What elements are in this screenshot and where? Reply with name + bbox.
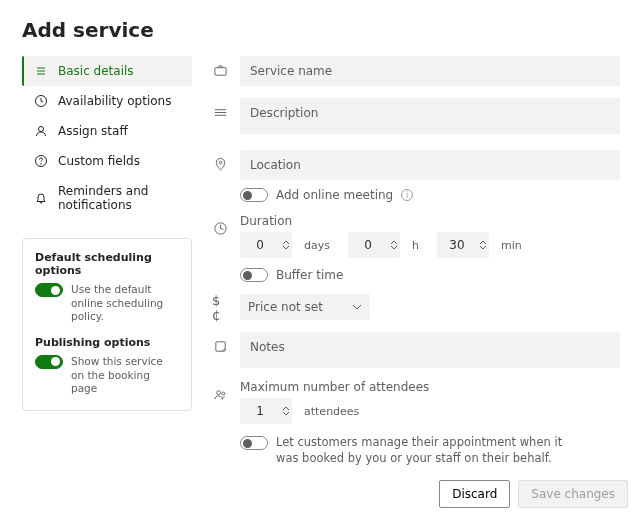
svg-rect-9 bbox=[214, 67, 225, 75]
sidebar-item-label: Availability options bbox=[58, 94, 171, 108]
sidebar-options-card: Default scheduling options Use the defau… bbox=[22, 238, 192, 411]
online-meeting-label: Add online meeting bbox=[276, 188, 393, 202]
duration-label: Duration bbox=[240, 214, 620, 228]
form-area: Add online meeting i Duration bbox=[212, 56, 620, 478]
duration-minutes-input[interactable] bbox=[437, 232, 477, 258]
sidebar-item-assign-staff[interactable]: Assign staff bbox=[22, 116, 192, 146]
price-icon: $₵ bbox=[212, 300, 228, 316]
chevron-down-icon bbox=[352, 304, 362, 310]
stepper-arrows[interactable] bbox=[477, 232, 489, 258]
duration-hours-input[interactable] bbox=[348, 232, 388, 258]
info-icon[interactable]: i bbox=[401, 189, 413, 201]
stepper-arrows[interactable] bbox=[388, 232, 400, 258]
description-input[interactable] bbox=[240, 98, 620, 134]
list-icon bbox=[34, 64, 48, 78]
question-icon bbox=[34, 154, 48, 168]
note-icon bbox=[212, 338, 228, 354]
price-value: Price not set bbox=[248, 300, 323, 314]
duration-minutes-stepper[interactable] bbox=[437, 232, 489, 258]
toggle-publishing[interactable] bbox=[35, 355, 63, 369]
discard-button[interactable]: Discard bbox=[439, 480, 510, 508]
person-icon bbox=[34, 124, 48, 138]
attendees-unit: attendees bbox=[304, 405, 359, 418]
sidebar-item-basic-details[interactable]: Basic details bbox=[22, 56, 192, 86]
svg-point-13 bbox=[219, 161, 222, 164]
svg-point-16 bbox=[216, 390, 220, 394]
clock-icon bbox=[34, 94, 48, 108]
bell-icon bbox=[34, 191, 48, 205]
footer: Discard Save changes bbox=[439, 480, 628, 508]
toggle-buffer-time[interactable] bbox=[240, 268, 268, 282]
stepper-arrows[interactable] bbox=[280, 398, 292, 424]
svg-point-17 bbox=[221, 392, 224, 395]
minutes-unit: min bbox=[501, 239, 522, 252]
sidebar: Basic details Availability options Assig… bbox=[22, 56, 192, 478]
svg-point-8 bbox=[41, 164, 42, 165]
sidebar-item-label: Basic details bbox=[58, 64, 134, 78]
notes-input[interactable]: Notes bbox=[240, 332, 620, 368]
service-name-input[interactable] bbox=[240, 56, 620, 86]
toggle-default-scheduling[interactable] bbox=[35, 283, 63, 297]
scheduling-heading: Default scheduling options bbox=[35, 251, 179, 277]
duration-days-stepper[interactable] bbox=[240, 232, 292, 258]
people-icon bbox=[212, 386, 228, 402]
sidebar-item-custom-fields[interactable]: Custom fields bbox=[22, 146, 192, 176]
hours-unit: h bbox=[412, 239, 419, 252]
page-title: Add service bbox=[22, 18, 620, 42]
buffer-label: Buffer time bbox=[276, 268, 343, 282]
save-button[interactable]: Save changes bbox=[518, 480, 628, 508]
attendees-stepper[interactable] bbox=[240, 398, 292, 424]
price-select[interactable]: Price not set bbox=[240, 294, 370, 320]
publishing-desc: Show this service on the booking page bbox=[71, 355, 179, 396]
sidebar-item-availability[interactable]: Availability options bbox=[22, 86, 192, 116]
sidebar-item-label: Custom fields bbox=[58, 154, 140, 168]
text-icon bbox=[212, 104, 228, 120]
publishing-heading: Publishing options bbox=[35, 336, 179, 349]
scheduling-desc: Use the default online scheduling policy… bbox=[71, 283, 179, 324]
location-icon bbox=[212, 156, 228, 172]
location-input[interactable] bbox=[240, 150, 620, 180]
customer-manage-label: Let customers manage their appointment w… bbox=[276, 434, 576, 466]
svg-point-6 bbox=[39, 127, 44, 132]
clock-icon bbox=[212, 220, 228, 236]
attendees-input[interactable] bbox=[240, 398, 280, 424]
sidebar-item-reminders[interactable]: Reminders and notifications bbox=[22, 176, 192, 220]
days-unit: days bbox=[304, 239, 330, 252]
attendees-label: Maximum number of attendees bbox=[240, 380, 620, 394]
briefcase-icon bbox=[212, 62, 228, 78]
sidebar-item-label: Assign staff bbox=[58, 124, 128, 138]
duration-hours-stepper[interactable] bbox=[348, 232, 400, 258]
toggle-online-meeting[interactable] bbox=[240, 188, 268, 202]
stepper-arrows[interactable] bbox=[280, 232, 292, 258]
sidebar-item-label: Reminders and notifications bbox=[58, 184, 182, 212]
duration-days-input[interactable] bbox=[240, 232, 280, 258]
toggle-customer-manage[interactable] bbox=[240, 436, 268, 450]
